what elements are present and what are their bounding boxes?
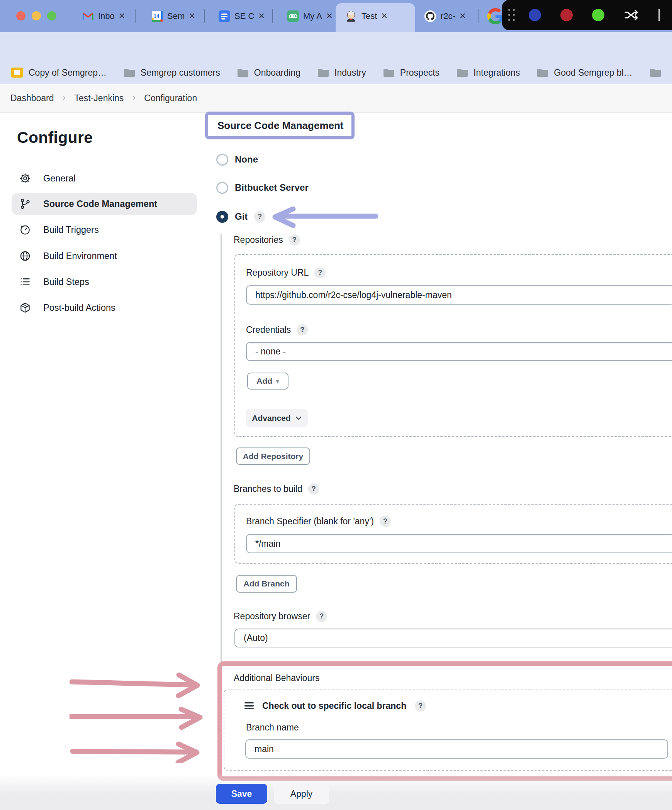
blue-dot-button[interactable]: [529, 9, 541, 21]
bottom-app-bar: [0, 774, 672, 810]
add-credentials-button[interactable]: Add ▾: [247, 373, 288, 390]
scm-option-none[interactable]: None: [216, 153, 258, 166]
help-icon[interactable]: ?: [308, 483, 319, 495]
tab-jenkins-active[interactable]: Test ×: [345, 0, 387, 32]
tab-title: r2c-: [441, 11, 455, 21]
sidebar-item-general[interactable]: General: [12, 167, 197, 190]
window-close-button[interactable]: [16, 11, 25, 20]
additional-behaviours-highlight: Additional Behaviours Check out to speci…: [217, 661, 672, 781]
credentials-select[interactable]: - none -: [246, 342, 672, 361]
tab-gmail[interactable]: Inbo ×: [82, 0, 125, 32]
close-icon[interactable]: ×: [119, 11, 125, 21]
window-minimize-button[interactable]: [32, 11, 41, 20]
clock-icon: [19, 224, 31, 236]
close-icon[interactable]: ×: [381, 11, 387, 21]
repository-url-label: Repository URL ?: [246, 266, 326, 279]
breadcrumb-configuration[interactable]: Configuration: [144, 93, 197, 103]
close-icon[interactable]: ×: [189, 11, 195, 21]
tab-calendar[interactable]: 14 Sem ×: [151, 0, 195, 32]
jenkins-icon: [345, 10, 357, 22]
sidebar-item-source-code-management[interactable]: Source Code Management: [12, 193, 197, 215]
help-icon[interactable]: ?: [314, 267, 326, 278]
sidebar-item-build-environment[interactable]: Build Environment: [12, 245, 197, 267]
tab-google[interactable]: [487, 0, 504, 32]
tab-divider: [478, 9, 479, 23]
help-icon[interactable]: ?: [289, 234, 300, 246]
branch-name-label: Branch name: [246, 721, 299, 734]
sidebar-item-label: Build Environment: [43, 251, 117, 261]
record-button[interactable]: [560, 9, 573, 21]
bookmark-label: Onboarding: [254, 68, 300, 78]
scm-option-bitbucket[interactable]: Bitbucket Server: [216, 181, 309, 194]
bookmark-industry[interactable]: Industry: [317, 68, 366, 78]
repository-browser-select[interactable]: (Auto): [234, 629, 672, 647]
tab-my-a[interactable]: My A ×: [287, 0, 333, 32]
svg-text:14: 14: [153, 13, 160, 19]
branches-section-label: Branches to build ?: [234, 482, 319, 495]
folder-icon: [650, 68, 661, 77]
chevron-right-icon: ›: [62, 92, 67, 103]
tab-title: Inbo: [98, 11, 115, 21]
bookmark-folder-partial[interactable]: [650, 68, 661, 77]
close-icon[interactable]: ×: [460, 11, 466, 21]
help-icon[interactable]: ?: [254, 211, 265, 222]
add-branch-button[interactable]: Add Branch: [236, 575, 297, 593]
breadcrumb-test-jenkins[interactable]: Test-Jenkins: [75, 93, 124, 103]
repositories-section-label: Repositories ?: [234, 233, 300, 246]
credentials-label: Credentials ?: [246, 324, 308, 336]
folder-icon: [456, 68, 468, 77]
go-button[interactable]: [592, 9, 604, 21]
repository-browser-label: Repository browser ?: [234, 610, 327, 623]
advanced-button[interactable]: Advanced: [246, 409, 308, 427]
sidebar-item-label: Build Triggers: [43, 225, 99, 235]
add-repository-button[interactable]: Add Repository: [236, 447, 310, 465]
bookmarks-bar: Copy of Semgrep… Semgrep customers Onboa…: [0, 61, 672, 84]
save-button[interactable]: Save: [216, 784, 267, 804]
repository-url-input[interactable]: [246, 285, 672, 305]
help-icon[interactable]: ?: [297, 324, 308, 336]
apply-button[interactable]: Apply: [274, 784, 329, 804]
help-icon[interactable]: ?: [380, 516, 391, 527]
radio-git-selected[interactable]: [216, 211, 228, 223]
window-zoom-button[interactable]: [47, 11, 56, 20]
help-icon[interactable]: ?: [415, 700, 426, 712]
repository-block: Repository URL ? Credentials ? - none - …: [234, 254, 672, 437]
sidebar-item-build-triggers[interactable]: Build Triggers: [12, 219, 197, 241]
chevron-down-icon: [295, 416, 302, 420]
purple-annotation-arrow: [268, 205, 380, 229]
browser-tab-bar: Inbo × 14 Sem × SE C ×: [0, 0, 672, 32]
tab-docs[interactable]: SE C ×: [219, 0, 265, 32]
radio-bitbucket[interactable]: [216, 182, 228, 194]
drag-handle-icon[interactable]: [508, 9, 515, 21]
help-icon[interactable]: ?: [316, 611, 327, 622]
tab-title: Sem: [167, 11, 185, 21]
scm-heading-text: Source Code Management: [217, 120, 344, 132]
page-title: Configure: [17, 129, 93, 147]
branch-name-input[interactable]: [245, 739, 668, 759]
bookmark-integrations[interactable]: Integrations: [456, 68, 520, 78]
tab-title: SE C: [234, 11, 254, 21]
close-icon[interactable]: ×: [326, 11, 333, 21]
drag-handle-icon[interactable]: [244, 702, 254, 709]
bookmark-onboarding[interactable]: Onboarding: [237, 68, 300, 78]
branch-specifier-label: Branch Specifier (blank for 'any') ?: [246, 515, 391, 527]
bookmark-copy-of-semgrep[interactable]: Copy of Semgrep…: [11, 68, 107, 78]
sidebar-item-label: Source Code Management: [43, 199, 157, 209]
sidebar-item-label: Build Steps: [43, 277, 89, 287]
bookmark-prospects[interactable]: Prospects: [383, 68, 440, 78]
tab-title: My A: [303, 11, 322, 21]
breadcrumb-dashboard[interactable]: Dashboard: [10, 93, 54, 103]
gmail-icon: [82, 11, 94, 21]
sidebar-item-build-steps[interactable]: Build Steps: [12, 271, 197, 293]
scm-option-git[interactable]: Git ?: [216, 210, 265, 223]
bookmark-semgrep-customers[interactable]: Semgrep customers: [124, 68, 220, 78]
shuffle-icon[interactable]: [624, 10, 638, 20]
git-branch-icon: [19, 198, 31, 210]
bookmark-good-semgrep[interactable]: Good Semgrep bl…: [537, 68, 632, 78]
bookmark-label: Semgrep customers: [141, 68, 220, 78]
tab-github[interactable]: r2c- ×: [424, 0, 466, 32]
radio-none[interactable]: [216, 154, 228, 166]
sidebar-item-post-build-actions[interactable]: Post-build Actions: [12, 297, 197, 319]
close-icon[interactable]: ×: [258, 11, 265, 21]
branch-specifier-input[interactable]: [246, 534, 672, 553]
